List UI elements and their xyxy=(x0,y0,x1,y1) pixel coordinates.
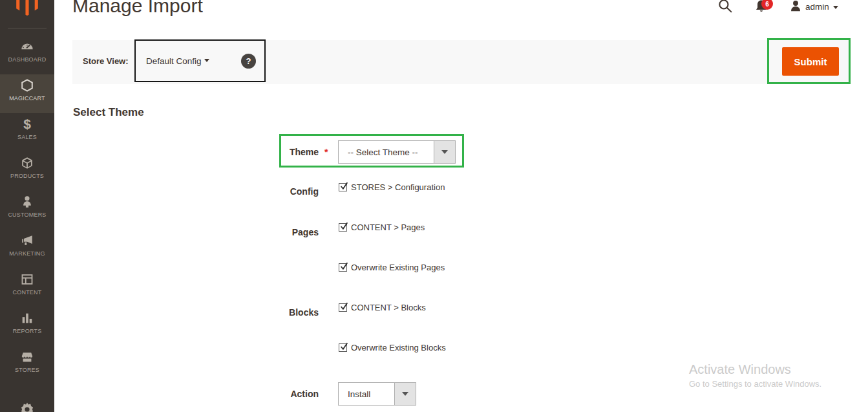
sidebar-item-label: SALES xyxy=(17,134,37,140)
checkbox-label: STORES > Configuration xyxy=(351,182,445,192)
blocks-checkbox-row: CONTENT > Blocks xyxy=(339,303,426,312)
sidebar-item-label: CONTENT xyxy=(13,289,42,296)
blocks-label: Blocks xyxy=(235,307,319,318)
sidebar-item-magiccart[interactable]: MAGICCART xyxy=(0,74,54,113)
checkbox-label: Overwrite Existing Blocks xyxy=(351,343,446,352)
marketing-megaphone-icon xyxy=(20,233,34,248)
admin-user-menu[interactable]: admin xyxy=(805,2,829,12)
reports-barchart-icon xyxy=(20,310,34,326)
checkbox-label: CONTENT > Pages xyxy=(351,222,425,232)
sidebar-item-marketing[interactable]: MARKETING xyxy=(0,230,54,268)
stores-storefront-icon xyxy=(20,349,34,365)
user-icon[interactable] xyxy=(789,0,803,16)
action-select-value: Install xyxy=(339,389,370,399)
sidebar-item-label: STORES xyxy=(15,367,39,373)
checkbox-label: CONTENT > Blocks xyxy=(351,303,426,312)
overwrite-blocks-checkbox-row: Overwrite Existing Blocks xyxy=(339,343,446,352)
theme-select-value: -- Select Theme -- xyxy=(339,147,418,157)
sidebar-item-customers[interactable]: CUSTOMERS xyxy=(0,191,54,230)
page-title: Manage Import xyxy=(72,0,203,17)
checkbox-stores-configuration[interactable] xyxy=(339,183,347,191)
pages-checkbox-row: CONTENT > Pages xyxy=(339,222,425,232)
sidebar-item-products[interactable]: PRODUCTS xyxy=(0,152,54,191)
magiccart-hexagon-icon xyxy=(20,78,34,93)
sidebar-item-label: PRODUCTS xyxy=(10,173,44,179)
theme-select-caret-button xyxy=(434,141,455,163)
config-label: Config xyxy=(235,186,319,197)
sidebar-item-sales[interactable]: $ SALES xyxy=(0,113,54,152)
content-layout-icon xyxy=(20,272,34,287)
theme-select[interactable]: -- Select Theme -- xyxy=(338,140,456,164)
manage-import-screen: DASHBOARD MAGICCART $ SALES PRODUCTS xyxy=(0,0,868,412)
sidebar-item-label: MARKETING xyxy=(9,250,45,257)
chevron-down-icon xyxy=(833,6,838,9)
section-heading: Select Theme xyxy=(73,106,144,119)
magento-logo-icon[interactable] xyxy=(0,0,54,28)
sidebar-item-label: CUSTOMERS xyxy=(8,211,46,218)
sidebar-item-system[interactable] xyxy=(0,398,54,412)
theme-label: Theme xyxy=(235,147,319,157)
search-icon[interactable] xyxy=(717,0,734,17)
checkbox-content-blocks[interactable] xyxy=(339,303,347,312)
store-view-label: Store View: xyxy=(83,56,129,66)
overwrite-pages-checkbox-row: Overwrite Existing Pages xyxy=(339,263,445,272)
chevron-down-icon xyxy=(441,150,448,154)
sidebar-item-content[interactable]: CONTENT xyxy=(0,268,54,307)
action-select-caret-button xyxy=(394,383,416,405)
system-gear-icon xyxy=(19,402,35,412)
admin-sidebar: DASHBOARD MAGICCART $ SALES PRODUCTS xyxy=(0,0,54,412)
config-checkbox-row: STORES > Configuration xyxy=(339,182,445,192)
action-label: Action xyxy=(235,389,319,399)
help-icon[interactable]: ? xyxy=(241,54,256,69)
chevron-down-icon[interactable] xyxy=(204,59,209,62)
activate-windows-subtext: Go to Settings to activate Windows. xyxy=(689,379,821,389)
sidebar-item-reports[interactable]: REPORTS xyxy=(0,307,54,346)
dashboard-gauge-icon xyxy=(20,39,34,54)
action-select[interactable]: Install xyxy=(338,382,416,406)
checkbox-label: Overwrite Existing Pages xyxy=(351,263,445,272)
magento-logo-glyph xyxy=(16,0,39,16)
checkbox-overwrite-existing-pages[interactable] xyxy=(339,263,347,272)
pages-label: Pages xyxy=(235,227,319,237)
sidebar-nav: DASHBOARD MAGICCART $ SALES PRODUCTS xyxy=(0,28,54,412)
chevron-down-icon xyxy=(402,392,408,396)
activate-windows-watermark: Activate Windows xyxy=(689,362,791,377)
required-asterisk: * xyxy=(324,147,328,157)
checkbox-content-pages[interactable] xyxy=(339,223,347,232)
sidebar-item-label: DASHBOARD xyxy=(8,56,47,63)
products-box-icon xyxy=(20,155,34,171)
checkbox-overwrite-existing-blocks[interactable] xyxy=(339,343,347,352)
store-view-switcher[interactable]: Default Config xyxy=(146,56,202,66)
notification-count-badge[interactable]: 6 xyxy=(761,0,773,10)
customers-person-icon xyxy=(20,194,34,210)
sales-dollar-icon: $ xyxy=(23,116,31,132)
submit-button[interactable]: Submit xyxy=(782,47,839,76)
sidebar-item-label: MAGICCART xyxy=(9,95,45,102)
sidebar-item-dashboard[interactable]: DASHBOARD xyxy=(0,36,54,74)
sidebar-item-stores[interactable]: STORES xyxy=(0,346,54,385)
sidebar-item-label: REPORTS xyxy=(13,328,42,334)
